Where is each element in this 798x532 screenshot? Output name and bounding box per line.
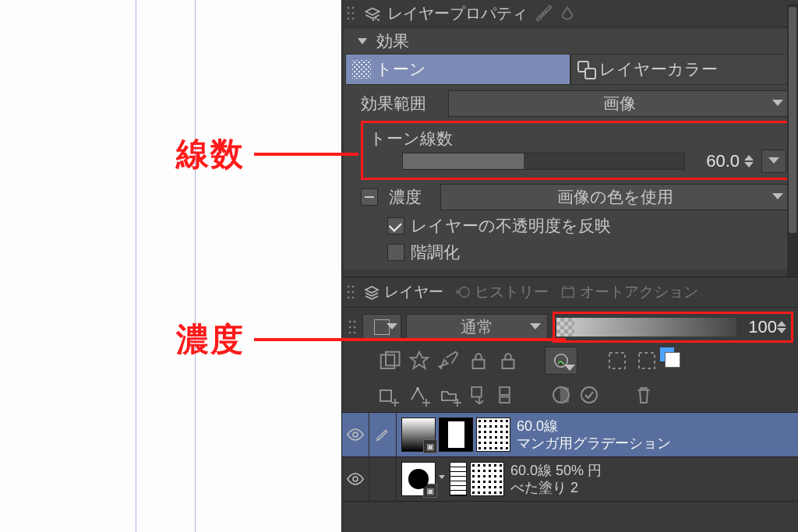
checkbox-posterize[interactable] [387,244,404,261]
svg-point-13 [348,297,350,299]
svg-point-3 [352,12,355,15]
lock-icon[interactable] [467,349,490,372]
density-subgroup: レイヤーの不透明度を反映 階調化 [344,213,796,266]
slider-layer-opacity[interactable] [556,318,736,336]
effect-tone-button[interactable]: トーン [345,54,570,85]
tab-autoaction[interactable]: オートアクション [555,277,703,307]
stepper-up-icon [744,155,754,160]
layer-name: 60.0線 マンガ用グラデーション [510,417,671,452]
merge-down-icon[interactable] [495,383,518,407]
tab-history-label: ヒストリー [475,282,549,302]
drag-handle-icon[interactable] [345,281,356,303]
visibility-toggle[interactable] [342,457,369,501]
svg-rect-30 [380,390,391,401]
value-tone-frequency: 60.0 [690,151,740,171]
checkbox-reflect-opacity[interactable] [387,217,404,234]
stepper-down-icon [744,162,754,167]
vertical-guide [195,0,196,532]
section-heading-effects[interactable]: 効果 [344,29,796,54]
thumbnail-main[interactable]: ▣ [401,417,436,452]
drag-handle-icon[interactable] [347,316,358,338]
svg-point-11 [348,291,350,294]
blend-mode-value: 通常 [461,316,493,338]
thumbnail-main[interactable]: ▣ [401,462,436,496]
layer-thumbnails: ▣ [397,462,504,496]
delete-layer-icon[interactable] [632,383,655,407]
expression-color-dropdown[interactable] [545,347,577,375]
pen-icon [374,426,391,443]
row-density-mode: 濃度 画像の色を使用 [344,181,796,213]
section-heading-text: 効果 [376,30,409,52]
tab-layer-property[interactable]: レイヤープロパティ [359,0,531,26]
dropdown-density-mode[interactable]: 画像の色を使用 [440,184,790,210]
stepper-layer-opacity[interactable] [777,316,789,338]
thumbnail-tone[interactable] [476,417,510,452]
stepper-up-icon [777,321,786,326]
svg-point-31 [416,387,419,390]
annotation-line [254,153,358,156]
dropdown-blend-mode[interactable]: 通常 [406,314,548,340]
layer-row[interactable]: ▣ 60.0線 マンガ用グラデーション [342,413,798,457]
select-options-icon[interactable] [635,349,659,372]
clip-mask-icon[interactable] [378,349,401,372]
dropdown-tone-frequency-preset[interactable] [761,150,786,173]
bucket-icon[interactable] [557,3,577,23]
palette-color-button[interactable] [362,314,401,340]
slider-tone-frequency[interactable] [402,153,685,170]
layer-thumbnails: ▣ [397,417,510,452]
svg-point-5 [352,18,355,20]
toggle-density-collapse[interactable] [361,188,378,206]
layer-name-line2: マンガ用グラデーション [517,435,671,452]
color-swatch-icon[interactable] [665,352,682,369]
visibility-toggle[interactable] [342,413,369,456]
history-icon [454,284,471,301]
new-vector-layer-button[interactable] [404,383,431,407]
tab-history[interactable]: ヒストリー [450,277,553,307]
lock-options-icon[interactable] [496,349,520,372]
svg-point-8 [373,19,375,21]
collapse-triangle-icon [358,38,367,44]
cube-badge-icon: ▣ [423,484,437,498]
layer-name-line1: 60.0線 [517,417,671,435]
effect-layercolor-button[interactable]: レイヤーカラー [570,54,796,85]
new-folder-button[interactable] [436,383,462,407]
cube-badge-icon: ▣ [423,439,437,453]
thumbnail-mask[interactable] [450,462,467,496]
layercolor-icon [577,61,595,78]
new-raster-layer-button[interactable] [373,383,400,407]
apply-mask-icon[interactable] [577,383,601,407]
layer-row[interactable]: ▣ 60.0線 50% 円 べた塗り 2 [342,457,798,502]
dropdown-scope[interactable]: 画像 [448,90,790,117]
effect-layercolor-label: レイヤーカラー [599,58,718,80]
chevron-down-icon[interactable] [439,475,447,483]
svg-point-2 [348,12,350,15]
drag-handle-icon[interactable] [345,2,356,24]
svg-rect-16 [563,288,574,297]
ruler-icon[interactable] [534,3,554,23]
svg-rect-36 [560,387,569,403]
edit-target[interactable] [369,413,397,456]
tone-frequency-group: トーン線数 60.0 [361,121,792,180]
slider-fill [403,153,524,169]
layer-attribute-toolbar [342,344,798,378]
create-mask-icon[interactable] [549,383,573,407]
label-reflect-opacity: レイヤーの不透明度を反映 [411,215,611,237]
draft-icon[interactable] [437,349,461,372]
tab-layer[interactable]: レイヤー [358,277,448,307]
transfer-down-icon[interactable] [467,383,490,407]
scrollbar-thumb[interactable] [789,7,796,233]
vertical-guide [136,0,136,532]
edit-target[interactable] [369,457,397,501]
stepper-tone-frequency[interactable] [744,150,757,172]
layer-property-tabbar: レイヤープロパティ [342,0,798,27]
value-layer-opacity: 100 [736,317,777,337]
svg-rect-25 [473,360,485,368]
svg-point-10 [352,286,355,288]
reference-icon[interactable] [408,349,431,372]
label-scope: 効果範囲 [361,93,443,115]
thumbnail-mask[interactable] [439,417,473,452]
svg-point-39 [353,477,358,481]
dropdown-scope-value: 画像 [603,93,636,115]
select-icon[interactable] [606,349,629,372]
thumbnail-tone[interactable] [470,462,504,496]
